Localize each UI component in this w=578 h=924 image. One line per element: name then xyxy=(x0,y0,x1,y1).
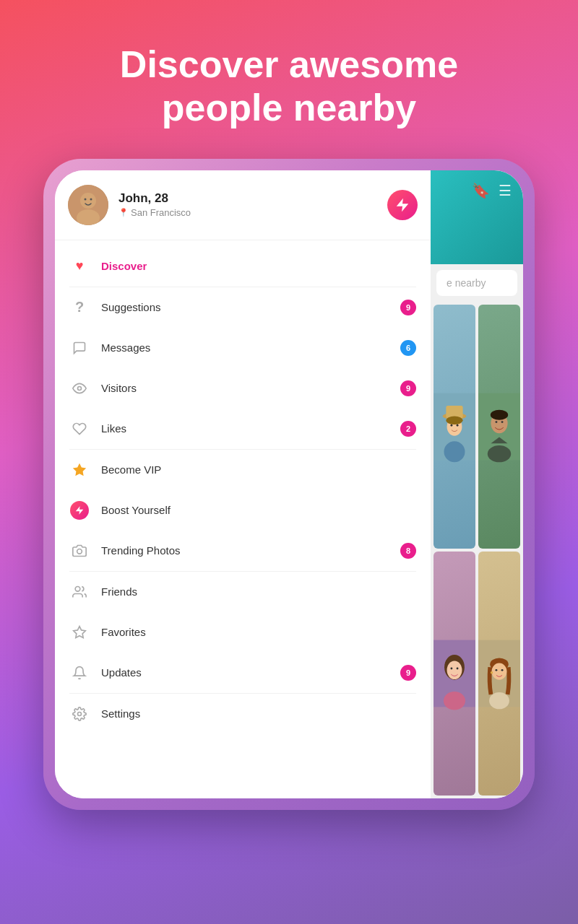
svg-point-16 xyxy=(457,424,459,426)
phone-inner: John, 28 📍 San Francisco xyxy=(55,170,523,798)
svg-marker-8 xyxy=(74,626,86,637)
sidebar-item-favorites[interactable]: Favorites xyxy=(55,612,431,653)
svg-point-7 xyxy=(75,586,80,591)
person-card-1[interactable] xyxy=(434,305,475,549)
content-header: 🔖 ☰ than others xyxy=(431,170,523,264)
svg-point-22 xyxy=(501,421,504,423)
svg-point-26 xyxy=(447,661,462,679)
crown-icon xyxy=(69,460,90,480)
svg-point-21 xyxy=(495,421,497,423)
profile-name: John, 28 xyxy=(118,191,418,206)
chat-icon xyxy=(69,338,90,358)
sidebar-item-likes[interactable]: Likes 2 xyxy=(55,409,431,449)
person-card-2[interactable] xyxy=(478,305,520,549)
likes-badge: 2 xyxy=(400,421,416,437)
sidebar-item-friends[interactable]: Friends xyxy=(55,572,431,612)
sidebar-item-updates[interactable]: Updates 9 xyxy=(55,653,431,693)
profile-location: 📍 San Francisco xyxy=(118,207,418,218)
sidebar-item-boost-label: Boost Yourself xyxy=(101,504,416,516)
headline: Discover awesome people nearby xyxy=(58,43,520,130)
svg-point-6 xyxy=(77,549,82,554)
svg-point-20 xyxy=(491,409,508,419)
heart-icon: ♥ xyxy=(69,256,90,276)
sidebar-item-suggestions-label: Suggestions xyxy=(101,301,400,313)
sidebar-item-discover-label: Discover xyxy=(101,260,416,272)
search-bar[interactable]: e nearby xyxy=(436,270,517,296)
profile-header: John, 28 📍 San Francisco xyxy=(55,170,431,240)
svg-point-32 xyxy=(492,663,507,679)
sidebar-item-vip[interactable]: Become VIP xyxy=(55,450,431,490)
svg-point-35 xyxy=(491,671,493,674)
content-panel: 🔖 ☰ than others e nearby xyxy=(431,170,523,798)
star-icon xyxy=(69,622,90,642)
location-text: San Francisco xyxy=(131,207,191,218)
friends-icon xyxy=(69,582,90,602)
top-section: Discover awesome people nearby xyxy=(0,0,578,159)
sidebar-item-photos-label: Trending Photos xyxy=(101,544,400,557)
svg-point-34 xyxy=(501,669,504,671)
suggestions-badge: 9 xyxy=(400,300,416,315)
updates-badge: 9 xyxy=(400,665,416,681)
sidebar: John, 28 📍 San Francisco xyxy=(55,170,431,798)
svg-point-29 xyxy=(444,692,465,710)
boost-profile-button[interactable] xyxy=(387,190,418,220)
sidebar-item-boost[interactable]: Boost Yourself xyxy=(55,490,431,531)
bell-icon xyxy=(69,663,90,683)
search-text: e nearby xyxy=(447,277,486,289)
svg-point-3 xyxy=(85,198,87,200)
sidebar-item-visitors[interactable]: Visitors 9 xyxy=(55,368,431,409)
menu-icon: ☰ xyxy=(499,182,512,199)
svg-point-27 xyxy=(450,667,452,669)
camera-icon xyxy=(69,541,90,561)
person-card-4[interactable] xyxy=(478,552,520,796)
messages-badge: 6 xyxy=(400,340,416,356)
sidebar-item-suggestions[interactable]: ? Suggestions 9 xyxy=(55,287,431,328)
sidebar-item-messages-label: Messages xyxy=(101,341,400,354)
svg-point-15 xyxy=(450,424,452,426)
svg-point-28 xyxy=(457,667,459,669)
svg-point-36 xyxy=(489,692,509,709)
svg-point-5 xyxy=(78,386,82,390)
people-grid xyxy=(431,302,523,798)
gear-icon xyxy=(69,704,90,724)
svg-point-9 xyxy=(78,712,82,715)
svg-point-33 xyxy=(495,669,497,671)
bookmark-icon: 🔖 xyxy=(472,182,490,199)
sidebar-item-friends-label: Friends xyxy=(101,585,416,598)
svg-point-4 xyxy=(90,198,92,200)
person-card-3[interactable] xyxy=(434,552,475,796)
boost-icon xyxy=(69,500,90,520)
avatar xyxy=(68,185,108,225)
question-icon: ? xyxy=(69,297,90,318)
visitors-badge: 9 xyxy=(400,380,416,396)
heart-outline-icon xyxy=(69,419,90,439)
sidebar-item-likes-label: Likes xyxy=(101,422,400,435)
sidebar-item-visitors-label: Visitors xyxy=(101,382,400,394)
phone-outer: John, 28 📍 San Francisco xyxy=(43,159,535,810)
photos-badge: 8 xyxy=(400,543,416,559)
sidebar-item-photos[interactable]: Trending Photos 8 xyxy=(55,531,431,571)
header-icons: 🔖 ☰ xyxy=(472,182,512,199)
sidebar-item-settings[interactable]: Settings xyxy=(55,694,431,734)
sidebar-item-messages[interactable]: Messages 6 xyxy=(55,328,431,368)
svg-point-14 xyxy=(446,416,462,424)
location-pin-icon: 📍 xyxy=(118,208,129,217)
menu-list: ♥ Discover ? Suggestions 9 xyxy=(55,240,431,798)
sidebar-item-discover[interactable]: ♥ Discover xyxy=(55,246,431,287)
svg-point-17 xyxy=(444,441,465,462)
headline-line2: people nearby xyxy=(162,87,417,128)
svg-point-23 xyxy=(488,445,511,462)
eye-icon xyxy=(69,378,90,398)
sidebar-item-settings-label: Settings xyxy=(101,707,416,720)
sidebar-item-favorites-label: Favorites xyxy=(101,626,416,638)
phone-wrapper: John, 28 📍 San Francisco xyxy=(0,159,578,810)
sidebar-item-updates-label: Updates xyxy=(101,666,400,679)
headline-line1: Discover awesome xyxy=(120,43,458,85)
sidebar-item-vip-label: Become VIP xyxy=(101,463,416,476)
svg-point-1 xyxy=(80,193,96,209)
profile-info: John, 28 📍 San Francisco xyxy=(118,191,418,218)
